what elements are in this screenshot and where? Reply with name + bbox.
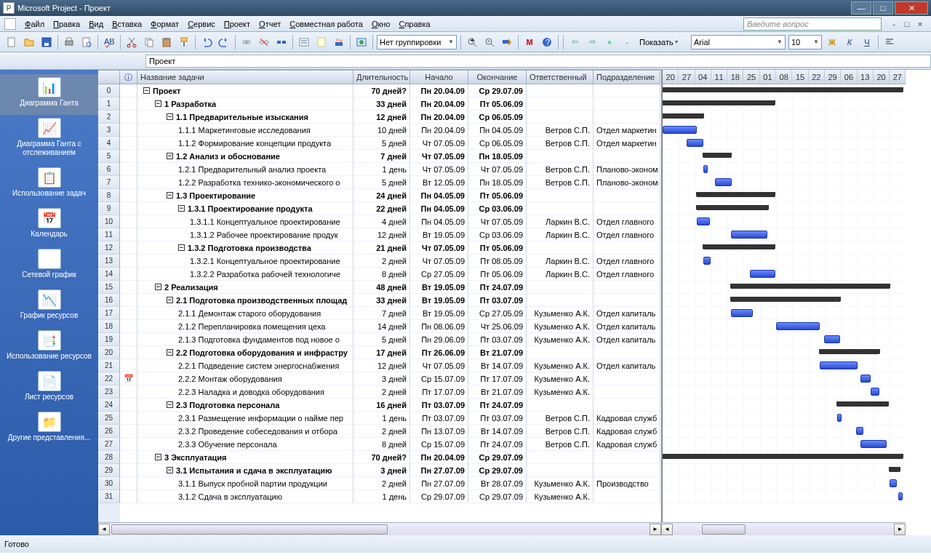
col-resp[interactable]: Ответственный xyxy=(527,70,594,84)
summary-bar[interactable] xyxy=(703,153,731,158)
summary-bar[interactable] xyxy=(731,297,840,302)
task-row[interactable]: −2 Реализация48 днейВт 19.05.09Пт 24.07.… xyxy=(137,281,661,294)
col-name[interactable]: Название задачи xyxy=(137,70,353,84)
summary-bar[interactable] xyxy=(890,467,900,472)
summary-bar[interactable] xyxy=(663,87,903,92)
task-bar[interactable] xyxy=(703,257,711,265)
task-info-icon[interactable] xyxy=(296,34,312,50)
close-button[interactable]: ✕ xyxy=(895,1,928,15)
spellcheck-icon[interactable]: ABC xyxy=(101,34,117,50)
grouping-combo[interactable]: Нет группировки▼ xyxy=(377,35,457,49)
save-icon[interactable] xyxy=(39,34,55,50)
entry-field[interactable]: Проект xyxy=(145,55,931,68)
task-row[interactable]: −1.3 Проектирование24 днейПн 04.05.09Пт … xyxy=(137,189,661,202)
task-row[interactable]: −2.3 Подготовка персонала16 днейПт 03.07… xyxy=(137,399,661,412)
sidebar-other[interactable]: 📁Другие представления... xyxy=(0,409,98,449)
menu-Окно[interactable]: Окно xyxy=(367,18,395,30)
task-bar[interactable] xyxy=(715,178,732,186)
help-icon[interactable]: ? xyxy=(539,34,555,50)
summary-bar[interactable] xyxy=(663,100,775,105)
task-bar[interactable] xyxy=(776,322,820,330)
menu-Справка[interactable]: Справка xyxy=(394,18,434,30)
summary-bar[interactable] xyxy=(663,454,903,459)
summary-bar[interactable] xyxy=(703,244,775,249)
grid-hscroll[interactable]: ◄► xyxy=(98,522,661,535)
sidebar-calendar[interactable]: 📅Календарь xyxy=(0,205,98,246)
task-row[interactable]: 1.2.2 Разработка технико-экономического … xyxy=(137,176,661,189)
task-bar[interactable] xyxy=(860,375,871,383)
task-row[interactable]: −1.2 Анализ и обоснование7 днейЧт 07.05.… xyxy=(137,150,661,163)
collapse-icon[interactable]: − xyxy=(143,87,150,94)
collapse-icon[interactable]: − xyxy=(155,454,161,460)
gantt-hscroll[interactable]: ◄► xyxy=(661,522,906,535)
sidebar-gantt[interactable]: 📊Диаграмма Ганта xyxy=(0,74,98,115)
summary-bar[interactable] xyxy=(663,113,703,119)
sidebar-resuse[interactable]: 📑Использование ресурсов xyxy=(0,327,98,368)
menu-Проект[interactable]: Проект xyxy=(220,18,255,30)
task-bar[interactable] xyxy=(731,309,753,317)
menu-Совместная работа[interactable]: Совместная работа xyxy=(285,18,367,30)
task-row[interactable]: −2.2 Подготовка оборудования и инфрастру… xyxy=(137,346,661,359)
print-preview-icon[interactable] xyxy=(79,34,95,50)
summary-bar[interactable] xyxy=(837,401,888,407)
task-row[interactable]: −Проект70 дней?Пн 20.04.09Ср 29.07.09 xyxy=(137,84,661,97)
col-start[interactable]: Начало xyxy=(410,70,468,84)
sidebar-track[interactable]: 📈Диаграмма Ганта с отслеживанием xyxy=(0,115,98,164)
new-file-icon[interactable] xyxy=(4,34,20,50)
menu-Файл[interactable]: Файл xyxy=(20,18,49,30)
task-bar[interactable] xyxy=(860,440,887,448)
task-bar[interactable] xyxy=(687,139,703,147)
task-row[interactable]: 1.3.1.1 Концептуальное проектирование4 д… xyxy=(137,215,661,228)
underline-button[interactable]: Ч xyxy=(859,34,875,50)
task-bar[interactable] xyxy=(871,388,879,396)
task-bar[interactable] xyxy=(890,479,897,487)
task-bar[interactable] xyxy=(824,335,840,343)
link-insert-icon[interactable] xyxy=(239,34,255,50)
bold-button[interactable]: Ж xyxy=(824,34,840,50)
gantt-chart[interactable]: 202704111825010815222906132027 xyxy=(661,70,906,522)
arrow-right-icon[interactable]: ⇨ xyxy=(584,34,600,50)
paste-icon[interactable] xyxy=(159,34,175,50)
task-row[interactable]: −2.1 Подготовка производственных площад3… xyxy=(137,294,661,307)
task-row[interactable]: −1 Разработка33 днейПн 20.04.09Пт 05.06.… xyxy=(137,97,661,111)
task-row[interactable]: 1.3.2.2 Разработка рабочей технологиче8 … xyxy=(137,268,661,281)
unlink-icon[interactable] xyxy=(256,34,272,50)
collapse-icon[interactable]: − xyxy=(167,349,173,356)
sidebar-resgraph[interactable]: 📉График ресурсов xyxy=(0,287,98,327)
summary-bar[interactable] xyxy=(697,205,768,210)
show-combo[interactable]: Показать▾ xyxy=(637,35,688,49)
doc-minimize-button[interactable]: - xyxy=(888,18,900,30)
collapse-icon[interactable]: − xyxy=(167,401,173,408)
print-icon[interactable] xyxy=(61,34,77,50)
summary-bar[interactable] xyxy=(697,192,775,197)
task-row[interactable]: 2.1.3 Подготовка фундаментов под новое о… xyxy=(137,333,661,346)
task-row[interactable]: −1.3.2 Подготовка производства21 днейЧт … xyxy=(137,241,661,255)
publish-icon[interactable] xyxy=(353,34,369,50)
task-bar[interactable] xyxy=(820,361,858,369)
collapse-icon[interactable]: − xyxy=(178,244,185,251)
format-painter-icon[interactable] xyxy=(176,34,192,50)
task-grid[interactable]: Название задачи Длительность Начало Окон… xyxy=(137,70,661,522)
task-row[interactable]: −3.1 Испытания и сдача в эксплуатацию3 д… xyxy=(137,464,661,477)
task-row[interactable]: 1.1.1 Маркетинговые исследования10 днейП… xyxy=(137,124,661,137)
ask-question-input[interactable]: Введите вопрос xyxy=(743,17,882,31)
task-row[interactable]: 3.1.1 Выпуск пробной партии продукции2 д… xyxy=(137,477,661,490)
align-left-icon[interactable] xyxy=(882,34,898,50)
arrow-up-icon[interactable]: + xyxy=(602,34,618,50)
col-duration[interactable]: Длительность xyxy=(353,70,410,84)
collapse-icon[interactable]: − xyxy=(178,205,185,212)
collapse-icon[interactable]: − xyxy=(167,153,173,159)
task-bar[interactable] xyxy=(750,270,775,278)
doc-restore-button[interactable]: □ xyxy=(901,18,913,30)
menu-Вставка[interactable]: Вставка xyxy=(108,18,146,30)
task-row[interactable]: 1.3.1.2 Рабочее проектирование продук12 … xyxy=(137,228,661,241)
minimize-button[interactable]: — xyxy=(851,1,871,15)
task-bar[interactable] xyxy=(697,217,710,225)
task-bar[interactable] xyxy=(898,492,903,500)
task-bar[interactable] xyxy=(703,165,708,173)
assign-resources-icon[interactable] xyxy=(331,34,347,50)
task-row[interactable]: 2.3.2 Проведение собеседования и отбора2… xyxy=(137,425,661,438)
menu-Сервис[interactable]: Сервис xyxy=(183,18,220,30)
col-end[interactable]: Окончание xyxy=(468,70,527,84)
menu-Вид[interactable]: Вид xyxy=(84,18,108,30)
